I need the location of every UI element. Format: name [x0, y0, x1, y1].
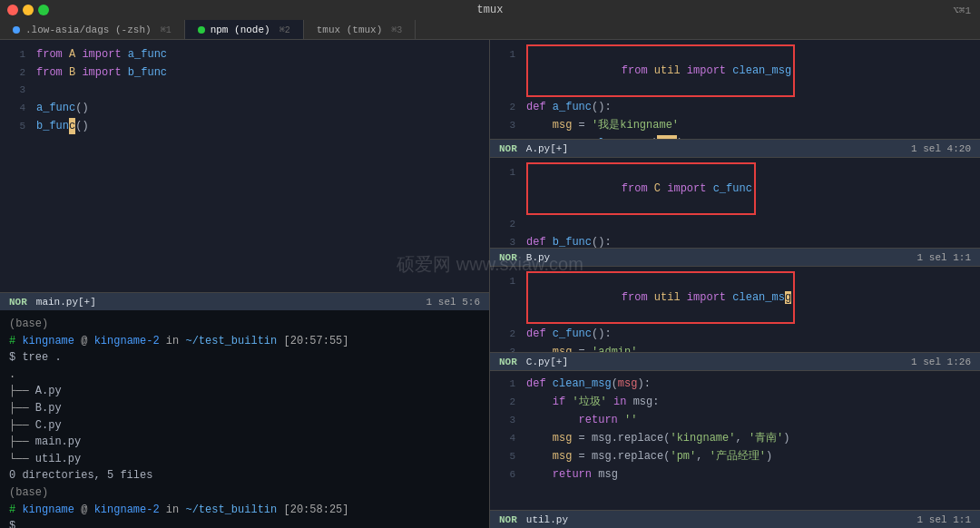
- term-line-dirs: 0 directories, 5 files: [9, 467, 480, 484]
- close-button[interactable]: [7, 5, 18, 15]
- right-pane: 1 from util import clean_msg 2 def a_fun…: [490, 40, 980, 528]
- a-py-section: 1 from util import clean_msg 2 def a_fun…: [490, 40, 980, 158]
- term-line-dollar: $: [9, 518, 480, 528]
- tab-npm-shortcut: ⌘2: [279, 24, 290, 35]
- c-py-code[interactable]: 1 from util import clean_msg 2 def c_fun…: [490, 267, 980, 352]
- util-py-line-1: 1 def clean_msg(msg):: [490, 375, 980, 393]
- tab-dot-zsh: [13, 26, 20, 34]
- maximize-button[interactable]: [38, 5, 49, 15]
- main-layout: 1 from A import a_func 2 from B import b…: [0, 40, 980, 528]
- a-py-statusbar: NOR A.py[+] 1 sel 4:20: [490, 139, 980, 157]
- term-line-mainpy: ├── main.py: [9, 434, 480, 451]
- window-title: tmux: [477, 4, 504, 16]
- util-py-code[interactable]: 1 def clean_msg(msg): 2 if '垃圾' in msg: …: [490, 371, 980, 510]
- tab-zsh[interactable]: .low-asia/dags (-zsh) ⌘1: [0, 20, 185, 39]
- filename-label: main.py[+]: [36, 297, 96, 308]
- tab-npm[interactable]: npm (node) ⌘2: [185, 20, 304, 39]
- tab-tmux-shortcut: ⌘3: [391, 24, 402, 35]
- term-line-apy: ├── A.py: [9, 383, 480, 400]
- b-py-line-2: 2: [490, 216, 980, 233]
- tab-tmux-label: tmux (tmux): [317, 24, 383, 35]
- code-line-5: 5 b_func(): [0, 117, 489, 135]
- titlebar: tmux ⌥⌘1: [0, 0, 980, 20]
- b-py-section: 1 from C import c_func 2 3 def b_func():…: [490, 158, 980, 267]
- b-py-code[interactable]: 1 from C import c_func 2 3 def b_func():…: [490, 158, 980, 248]
- titlebar-shortcut: ⌥⌘1: [953, 5, 971, 16]
- a-py-cursor: 1 sel 4:20: [911, 143, 971, 154]
- main-py-editor[interactable]: 1 from A import a_func 2 from B import b…: [0, 40, 489, 292]
- term-line-base2: (base): [9, 484, 480, 502]
- util-py-line-2: 2 if '垃圾' in msg:: [490, 393, 980, 411]
- mode-indicator: NOR: [9, 297, 27, 308]
- b-py-cursor: 1 sel 1:1: [917, 252, 971, 263]
- b-py-filename: B.py: [526, 252, 550, 263]
- traffic-lights: [7, 5, 49, 15]
- main-py-statusbar: NOR main.py[+] 1 sel 5:6: [0, 292, 489, 310]
- a-py-line-3: 3 msg = '我是kingname': [490, 116, 980, 134]
- util-py-line-6: 6 return msg: [490, 465, 980, 484]
- tab-dot-npm: [198, 26, 205, 34]
- term-line-cmd1: $ tree .: [9, 349, 480, 367]
- util-py-line-4: 4 msg = msg.replace('kingname', '青南'): [490, 429, 980, 447]
- util-py-line-5: 5 msg = msg.replace('pm', '产品经理'): [490, 447, 980, 465]
- term-line-bpy: ├── B.py: [9, 400, 480, 417]
- util-py-line-3: 3 return '': [490, 411, 980, 429]
- a-py-code[interactable]: 1 from util import clean_msg 2 def a_fun…: [490, 40, 980, 139]
- b-py-statusbar: NOR B.py 1 sel 1:1: [490, 248, 980, 266]
- util-py-mode: NOR: [499, 514, 517, 525]
- c-py-line-2: 2 def c_func():: [490, 325, 980, 343]
- c-py-section: 1 from util import clean_msg 2 def c_fun…: [490, 267, 980, 371]
- a-py-filename: A.py[+]: [526, 143, 568, 154]
- a-py-mode: NOR: [499, 143, 517, 154]
- c-py-cursor: 1 sel 1:26: [911, 357, 971, 367]
- tab-zsh-label: .low-asia/dags (-zsh): [25, 24, 152, 35]
- c-py-mode: NOR: [499, 357, 517, 367]
- term-line-dot: .: [9, 367, 480, 384]
- a-py-line-2: 2 def a_func():: [490, 98, 980, 116]
- cursor-position: 1 sel 5:6: [426, 297, 480, 308]
- c-py-line-3: 3 msg = 'admin': [490, 343, 980, 352]
- term-line-base1: (base): [9, 316, 480, 333]
- code-line-2: 2 from B import b_func: [0, 64, 489, 82]
- a-py-line-1: 1 from util import clean_msg: [490, 44, 980, 98]
- util-py-section: 1 def clean_msg(msg): 2 if '垃圾' in msg: …: [490, 371, 980, 528]
- b-py-line-3: 3 def b_func():: [490, 233, 980, 249]
- term-line-cpy: ├── C.py: [9, 417, 480, 435]
- b-py-line-1: 1 from C import c_func: [490, 161, 980, 216]
- tab-zsh-shortcut: ⌘1: [161, 24, 172, 35]
- minimize-button[interactable]: [23, 5, 34, 15]
- term-line-utilpy: └── util.py: [9, 451, 480, 468]
- tab-npm-label: npm (node): [211, 24, 270, 35]
- code-line-3: 3: [0, 82, 489, 99]
- term-line-prompt1: # kingname @ kingname-2 in ~/test_builti…: [9, 333, 480, 350]
- c-py-line-1: 1 from util import clean_msg: [490, 270, 980, 325]
- terminal-pane[interactable]: (base) # kingname @ kingname-2 in ~/test…: [0, 310, 489, 528]
- tab-tmux[interactable]: tmux (tmux) ⌘3: [304, 20, 416, 39]
- util-py-filename: util.py: [526, 514, 568, 525]
- code-line-1: 1 from A import a_func: [0, 45, 489, 64]
- util-py-statusbar: NOR util.py 1 sel 1:1: [490, 510, 980, 528]
- util-py-cursor: 1 sel 1:1: [917, 514, 971, 525]
- left-pane: 1 from A import a_func 2 from B import b…: [0, 40, 490, 528]
- term-line-prompt2: # kingname @ kingname-2 in ~/test_builti…: [9, 502, 480, 519]
- c-py-filename: C.py[+]: [526, 357, 568, 367]
- code-line-4: 4 a_func(): [0, 99, 489, 117]
- b-py-mode: NOR: [499, 252, 517, 263]
- c-py-statusbar: NOR C.py[+] 1 sel 1:26: [490, 352, 980, 370]
- tabbar: .low-asia/dags (-zsh) ⌘1 npm (node) ⌘2 t…: [0, 20, 980, 40]
